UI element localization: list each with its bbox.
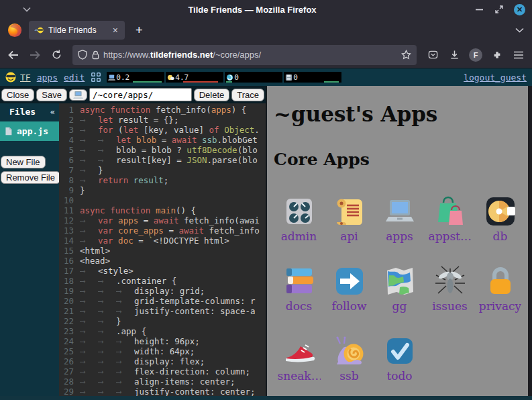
collapse-sidebar-icon[interactable]: « xyxy=(50,107,55,117)
downloads-icon[interactable] xyxy=(445,46,464,64)
menu-hamburger-icon[interactable] xyxy=(509,46,528,64)
url-bar[interactable]: https://www.tildefriends.net/~core/apps/ xyxy=(72,45,417,65)
gauge-value: 0 xyxy=(234,73,239,82)
code-line: 19⟶⟶⟶display: grid; xyxy=(59,286,266,296)
tab-close-icon[interactable]: × xyxy=(111,25,119,36)
app-label[interactable]: sneak… xyxy=(278,369,321,383)
tab-label: Tilde Friends xyxy=(48,26,111,35)
close-file-button[interactable]: Close xyxy=(1,89,34,101)
app-label[interactable]: apps xyxy=(386,230,413,243)
code-line: 1async function fetch_info(apps) { xyxy=(59,105,266,115)
scrollbar[interactable] xyxy=(528,86,532,400)
code-line: 2⟶let result = {}; xyxy=(59,115,266,125)
bookmark-star-icon[interactable] xyxy=(401,50,411,60)
app-label[interactable]: api xyxy=(340,230,358,243)
knobs-icon xyxy=(283,195,315,228)
shield-icon[interactable] xyxy=(78,50,87,60)
tab-strip: Tilde Friends × + xyxy=(0,19,532,42)
page-title: ~guest's Apps xyxy=(274,102,525,126)
code-editor[interactable]: 1async function fetch_info(apps) {2⟶let … xyxy=(59,103,266,400)
app-ssb[interactable]: ssb xyxy=(328,326,371,391)
back-button[interactable] xyxy=(4,46,23,64)
app-follow[interactable]: follow xyxy=(328,256,371,321)
run-app-button[interactable] xyxy=(69,89,87,101)
gauge-2[interactable]: 4.7 xyxy=(166,72,223,83)
app-path-input[interactable] xyxy=(89,88,192,101)
app-issues[interactable]: issues xyxy=(429,256,472,321)
trace-button[interactable]: Trace xyxy=(231,89,264,101)
file-item-app-js[interactable]: app.js xyxy=(0,121,59,141)
app-label[interactable]: issues xyxy=(432,299,468,313)
app-sneak[interactable]: sneak… xyxy=(278,326,321,391)
restore-button[interactable] xyxy=(494,4,504,15)
lock-icon[interactable] xyxy=(92,50,99,60)
check-icon xyxy=(384,335,416,367)
app-label[interactable]: todo xyxy=(386,369,412,383)
delete-button[interactable]: Delete xyxy=(194,89,230,101)
gauge-value: 0.2 xyxy=(116,73,129,82)
files-sidebar: Files « app.js New File Remove File xyxy=(0,103,59,400)
app-label[interactable]: ssb xyxy=(339,369,358,383)
shopping-bags-icon xyxy=(434,195,466,228)
code-line: 24⟶⟶⟶height: 96px; xyxy=(59,336,266,346)
page-footer-strip xyxy=(0,396,532,400)
browser-window: Tilde Friends — Mozilla Firefox ✕ xyxy=(0,0,532,400)
app-docs[interactable]: docs xyxy=(278,256,321,321)
gauge-1[interactable]: 0.2 xyxy=(107,72,164,83)
apps-grid-icon[interactable] xyxy=(91,72,101,83)
sneaker-icon xyxy=(283,335,315,367)
tf-apps-link[interactable]: apps xyxy=(37,72,58,83)
file-icon xyxy=(4,127,13,136)
app-label[interactable]: privacy xyxy=(479,299,521,313)
logout-link[interactable]: logout_guest xyxy=(464,72,527,83)
app-label[interactable]: db xyxy=(493,230,508,243)
code-line: 23⟶⟶.app { xyxy=(59,326,266,336)
app-appst[interactable]: appst… xyxy=(429,187,472,251)
code-line: 15<html> xyxy=(59,246,266,256)
tf-edit-link[interactable]: edit xyxy=(64,72,85,83)
app-label[interactable]: docs xyxy=(286,299,312,313)
account-avatar[interactable]: F xyxy=(466,46,485,64)
code-line: 10 xyxy=(59,195,266,205)
code-line: 5⟶⟶blob = blob ? utf8Decode(blo xyxy=(59,145,266,155)
gauge-3[interactable]: 0 xyxy=(225,72,282,83)
mosquito-icon xyxy=(434,265,466,297)
extensions-icon[interactable] xyxy=(488,46,507,64)
app-label[interactable]: appst… xyxy=(429,230,472,243)
file-name: app.js xyxy=(17,126,48,136)
reload-button[interactable] xyxy=(47,46,66,64)
app-label[interactable]: gg xyxy=(392,299,407,313)
app-todo[interactable]: todo xyxy=(378,326,421,391)
app-db[interactable]: db xyxy=(479,187,522,251)
app-label[interactable]: admin xyxy=(281,230,317,243)
code-line: 21⟶⟶⟶justify-content: space-a xyxy=(59,306,266,316)
code-line: 27⟶⟶⟶flex-direction: column; xyxy=(59,366,266,377)
scroll-icon xyxy=(333,195,366,228)
new-file-button[interactable]: New File xyxy=(1,156,46,168)
remove-file-button[interactable]: Remove File xyxy=(1,171,60,184)
tab-tilde-friends[interactable]: Tilde Friends × xyxy=(29,21,125,40)
tf-home-link[interactable]: TF xyxy=(20,72,31,83)
files-header-label: Files xyxy=(9,107,36,117)
close-button[interactable]: ✕ xyxy=(514,4,525,15)
save-button[interactable]: Save xyxy=(36,89,67,101)
app-privacy[interactable]: privacy xyxy=(479,256,522,321)
code-line: 20⟶⟶⟶grid-template-columns: r xyxy=(59,296,266,306)
firefox-logo-icon xyxy=(7,23,22,38)
snail-icon xyxy=(333,335,366,367)
tab-list-chevron-icon[interactable] xyxy=(515,28,524,33)
app-gg[interactable]: gg xyxy=(378,256,421,321)
app-api[interactable]: api xyxy=(328,187,371,251)
cyclone-mini-icon xyxy=(226,74,233,81)
forward-button[interactable] xyxy=(25,46,44,64)
window-menu-chevron-icon[interactable] xyxy=(23,7,31,12)
app-apps[interactable]: apps xyxy=(378,187,421,251)
laptop-icon xyxy=(384,195,416,228)
app-label[interactable]: follow xyxy=(331,299,366,313)
new-tab-button[interactable]: + xyxy=(131,23,147,38)
gauge-4[interactable]: 0 xyxy=(284,72,341,83)
world-map-icon xyxy=(384,265,416,297)
minimize-button[interactable] xyxy=(474,4,484,15)
pocket-icon[interactable] xyxy=(423,46,442,64)
app-admin[interactable]: admin xyxy=(278,187,321,251)
